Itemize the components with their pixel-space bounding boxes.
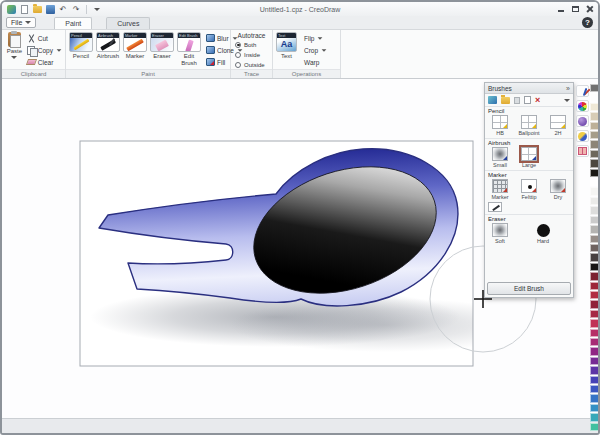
- brush-large[interactable]: Large: [517, 147, 541, 168]
- titlebar: ↶ ↷ Untitled-1.cpz - CreoDraw: [2, 2, 598, 16]
- warp-button[interactable]: Warp: [304, 56, 327, 68]
- color-swatch[interactable]: [590, 169, 599, 177]
- copy-button[interactable]: Copy: [27, 44, 62, 56]
- color-swatch[interactable]: [590, 122, 599, 130]
- brushes-panel: Brushes » × Pencil HB Ballpoint: [484, 82, 574, 298]
- crop-button[interactable]: Crop: [304, 44, 327, 56]
- tab-curves[interactable]: Curves: [106, 17, 150, 29]
- swatches-icon[interactable]: [576, 130, 589, 142]
- color-swatch[interactable]: [590, 150, 599, 158]
- duplicate-brush-icon[interactable]: [514, 97, 520, 104]
- maximize-button[interactable]: [570, 4, 580, 13]
- minimize-button[interactable]: [556, 4, 566, 13]
- color-swatch[interactable]: [590, 357, 599, 365]
- color-swatch[interactable]: [590, 206, 599, 214]
- color-swatch[interactable]: [590, 244, 599, 252]
- minimize-icon: [558, 10, 564, 12]
- flip-button[interactable]: Flip: [304, 32, 327, 44]
- color-swatch[interactable]: [590, 291, 599, 299]
- group-label: Clipboard: [2, 69, 65, 78]
- color-swatch[interactable]: [590, 385, 599, 393]
- brush-dry[interactable]: Dry: [546, 179, 570, 200]
- color-swatch[interactable]: [590, 319, 599, 327]
- brushes-panel-toolbar: ×: [485, 94, 573, 107]
- airbrush-tool-button[interactable]: Airbrush Airbrush: [96, 32, 120, 69]
- group-label: Trace: [231, 69, 272, 78]
- color-swatch[interactable]: [590, 197, 599, 205]
- color-swatch[interactable]: [590, 187, 599, 195]
- new-brush-icon[interactable]: [524, 96, 531, 104]
- cut-button[interactable]: Cut: [27, 32, 62, 44]
- color-swatch[interactable]: [590, 178, 599, 186]
- color-swatch[interactable]: [590, 263, 599, 271]
- text-tool-button[interactable]: Text Aa Text: [276, 32, 297, 69]
- brush-small[interactable]: Small: [488, 147, 512, 168]
- delete-brush-icon[interactable]: ×: [535, 96, 540, 105]
- color-swatch[interactable]: [590, 338, 599, 346]
- edit-brush-button[interactable]: Edit Brush Edit Brush: [177, 32, 201, 69]
- color-swatch[interactable]: [590, 394, 599, 402]
- color-swatch[interactable]: [590, 347, 599, 355]
- custom-pen-button[interactable]: [488, 202, 502, 212]
- brush-preview-icon: [492, 147, 508, 161]
- clone-icon: [206, 46, 215, 54]
- color-swatch[interactable]: [590, 84, 599, 92]
- color-swatch[interactable]: [590, 282, 599, 290]
- color-swatch[interactable]: [590, 413, 599, 421]
- brush-2h[interactable]: 2H: [546, 115, 570, 136]
- close-button[interactable]: [584, 4, 594, 13]
- marker-tool-button[interactable]: Marker Marker: [123, 32, 147, 69]
- ribbon: Paste Cut Copy Clear: [2, 30, 598, 79]
- brush-hard[interactable]: Hard: [531, 223, 555, 244]
- color-swatch[interactable]: [590, 253, 599, 261]
- color-mixer-icon[interactable]: [576, 115, 589, 127]
- paste-button[interactable]: Paste: [5, 32, 24, 69]
- color-swatch[interactable]: [590, 225, 599, 233]
- eraser-icon: Eraser: [150, 32, 174, 52]
- color-swatch[interactable]: [590, 140, 599, 148]
- brush-soft[interactable]: Soft: [488, 223, 512, 244]
- color-swatch[interactable]: [590, 235, 599, 243]
- brush-hb[interactable]: HB: [488, 115, 512, 136]
- color-wheel-icon[interactable]: [576, 100, 589, 112]
- panel-collapse-icon[interactable]: »: [566, 85, 570, 92]
- chevron-down-icon[interactable]: [564, 99, 570, 102]
- pencil-tool-button[interactable]: Pencil Pencil: [69, 32, 93, 69]
- file-menu-button[interactable]: File: [6, 17, 36, 28]
- color-swatch[interactable]: [590, 310, 599, 318]
- import-brushes-icon[interactable]: [488, 96, 497, 104]
- color-swatch[interactable]: [590, 103, 599, 111]
- cut-icon: [27, 34, 36, 43]
- color-swatch[interactable]: [590, 423, 599, 431]
- color-swatch[interactable]: [590, 300, 599, 308]
- color-swatch[interactable]: [590, 272, 599, 280]
- tab-paint[interactable]: Paint: [54, 17, 92, 29]
- airbrush-icon: Airbrush: [96, 32, 120, 52]
- artwork-shadow: [230, 298, 540, 352]
- color-swatch[interactable]: [590, 159, 599, 167]
- brush-felttip[interactable]: Felttip: [517, 179, 541, 200]
- radio-both[interactable]: Both: [235, 40, 272, 49]
- open-brushes-icon[interactable]: [501, 97, 510, 104]
- panel-launcher-strip: [576, 85, 589, 157]
- eraser-tool-button[interactable]: Eraser Eraser: [150, 32, 174, 69]
- edit-brush-panel-button[interactable]: Edit Brush: [487, 282, 571, 295]
- brushes-panel-icon[interactable]: [576, 85, 589, 97]
- color-swatch[interactable]: [590, 366, 599, 374]
- color-swatch[interactable]: [590, 216, 599, 224]
- brush-ballpoint[interactable]: Ballpoint: [517, 115, 541, 136]
- palette-grid-icon[interactable]: [576, 145, 589, 157]
- color-swatch[interactable]: [590, 404, 599, 412]
- color-swatch[interactable]: [590, 131, 599, 139]
- group-operations: Text Aa Text Flip Crop Warp: [273, 30, 341, 78]
- fill-icon: [206, 58, 215, 66]
- color-swatch[interactable]: [590, 376, 599, 384]
- color-swatch[interactable]: [590, 112, 599, 120]
- radio-outside[interactable]: Outside: [235, 60, 272, 69]
- color-swatch[interactable]: [590, 93, 599, 101]
- brush-marker[interactable]: Marker: [488, 179, 512, 200]
- chevron-down-icon: [232, 37, 237, 39]
- color-swatch[interactable]: [590, 329, 599, 337]
- clear-button[interactable]: Clear: [27, 56, 62, 68]
- help-button[interactable]: ?: [582, 17, 593, 28]
